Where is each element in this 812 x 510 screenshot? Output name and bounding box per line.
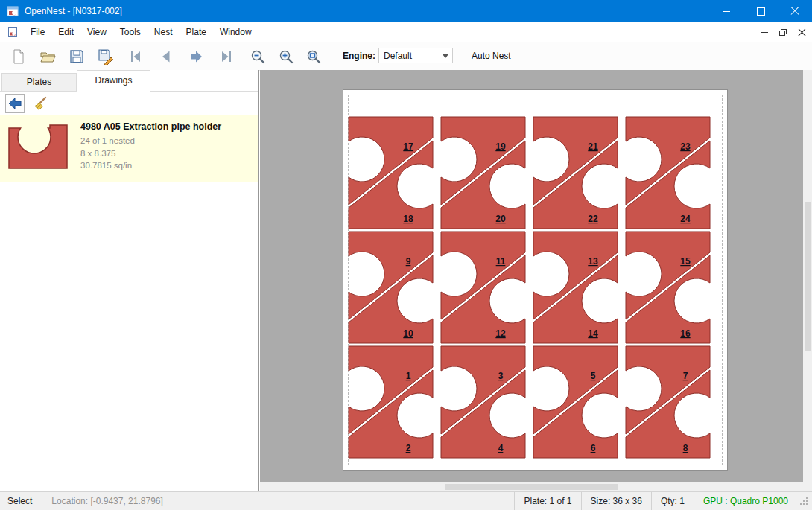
plate-sheet[interactable]: 171819202122232491011121314151612345678 [343,89,728,471]
open-button[interactable] [38,47,57,66]
close-button[interactable] [778,0,812,22]
menu-item-nest[interactable]: Nest [148,22,180,42]
nest-pair-9-10[interactable]: 910 [349,232,433,343]
drawing-size: 8 x 8.375 [80,149,115,158]
resize-grip[interactable] [799,496,809,506]
nested-parts-svg[interactable]: 171819202122232491011121314151612345678 [343,90,727,470]
nest-pair-23-24[interactable]: 2324 [626,117,710,229]
vertical-scrollbar[interactable] [803,70,812,482]
arrow-left-icon [7,95,23,112]
mdi-minimize-button[interactable] [761,32,768,33]
nest-pair-13-14[interactable]: 1314 [533,232,618,343]
nest-pair-7-8[interactable]: 78 [626,346,710,458]
part-number-13: 13 [588,256,598,267]
mdi-restore-button[interactable] [779,29,787,36]
window-title: OpenNest - [N0317-002] [25,6,122,16]
part-number-10: 10 [403,328,413,339]
menu-item-window[interactable]: Window [213,22,258,42]
nest-pair-3-4[interactable]: 34 [441,346,525,458]
menu-bar: File Edit View Tools Nest Plate Window [0,22,812,42]
zoom-out-button[interactable] [248,47,267,66]
engine-dropdown[interactable]: Default [378,48,453,63]
part-number-20: 20 [495,214,506,224]
part-number-18: 18 [403,214,413,224]
part-number-12: 12 [495,328,506,339]
part-number-19: 19 [495,141,506,152]
save-icon [69,48,85,65]
status-bar: Select Location: [-0.9437, 21.8796] Plat… [0,491,812,510]
part-number-23: 23 [680,141,691,152]
scrollbar-corner [803,482,812,491]
part-number-2: 2 [406,443,411,453]
maximize-icon [757,7,765,16]
save-button[interactable] [67,47,86,66]
drawing-list-item[interactable]: 4980 A05 Extraction pipe holder 24 of 1 … [0,115,258,182]
zoom-fit-button[interactable] [304,47,323,66]
open-folder-icon [39,48,56,65]
save-as-button[interactable] [96,47,115,66]
part-number-9: 9 [406,256,411,267]
menu-item-view[interactable]: View [80,22,113,42]
new-button[interactable] [9,47,28,66]
zoom-out-icon [250,48,266,65]
last-icon [218,48,234,65]
part-number-11: 11 [496,256,506,267]
part-thumbnail [7,122,70,171]
tab-plates[interactable]: Plates [1,73,77,91]
zoom-in-button[interactable] [276,47,296,66]
last-plate-button[interactable] [216,47,235,66]
sidebar: Plates Drawings 4980 A05 Extraction p [0,70,259,491]
zoom-in-icon [278,48,294,65]
nest-pair-21-22[interactable]: 2122 [533,117,618,229]
part-number-8: 8 [683,443,688,453]
document-icon[interactable] [7,26,19,38]
nest-pair-11-12[interactable]: 1112 [441,232,525,343]
part-number-15: 15 [680,256,691,267]
engine-label: Engine: [343,42,375,70]
minimize-button[interactable] [709,0,743,22]
first-plate-button[interactable] [127,47,146,66]
nest-pair-15-16[interactable]: 1516 [626,232,710,343]
nest-pair-19-20[interactable]: 1920 [441,117,525,229]
menu-item-tools[interactable]: Tools [113,22,148,42]
first-icon [128,48,145,65]
status-gpu: GPU : Quadro P1000 [694,492,797,510]
part-number-17: 17 [403,141,413,152]
mdi-minimize-icon [761,32,768,33]
next-plate-button[interactable] [186,47,206,66]
maximize-button[interactable] [743,0,778,22]
nest-pair-1-2[interactable]: 12 [349,346,433,458]
minimize-icon [723,11,730,12]
clean-button[interactable] [30,94,49,113]
part-number-3: 3 [498,371,504,381]
opennest-window: OpenNest - [N0317-002] File Edit View To… [0,0,812,510]
zoom-fit-icon [305,48,322,65]
horizontal-scrollbar-thumb[interactable] [445,484,618,490]
window-controls [709,0,812,22]
tab-drawings[interactable]: Drawings [77,70,150,92]
engine-value: Default [384,51,412,61]
drawing-nested-count: 24 of 1 nested [80,136,135,145]
app-icon [7,5,19,17]
close-icon [790,7,799,16]
previous-plate-button[interactable] [156,47,176,66]
menu-item-edit[interactable]: Edit [51,22,80,42]
horizontal-scrollbar[interactable] [260,482,803,491]
vertical-scrollbar-thumb[interactable] [805,202,811,350]
nest-pair-17-18[interactable]: 1718 [349,117,433,229]
mdi-close-button[interactable] [798,28,806,36]
part-number-14: 14 [588,328,598,339]
nest-canvas[interactable]: 171819202122232491011121314151612345678 [260,70,812,491]
main-toolbar: Engine: Default Auto Nest [0,42,812,71]
status-plate: Plate: 1 of 1 [514,492,580,510]
menu-item-file[interactable]: File [24,22,51,42]
nest-pair-5-6[interactable]: 56 [533,346,618,458]
broom-icon [31,95,48,112]
part-number-1: 1 [406,371,411,381]
menu-item-plate[interactable]: Plate [180,22,213,42]
replace-drawing-button[interactable] [5,94,25,113]
auto-nest-button[interactable]: Auto Nest [472,42,511,70]
sidebar-tabstrip: Plates Drawings [0,70,258,92]
part-number-5: 5 [591,371,596,381]
status-mode: Select [0,492,42,510]
